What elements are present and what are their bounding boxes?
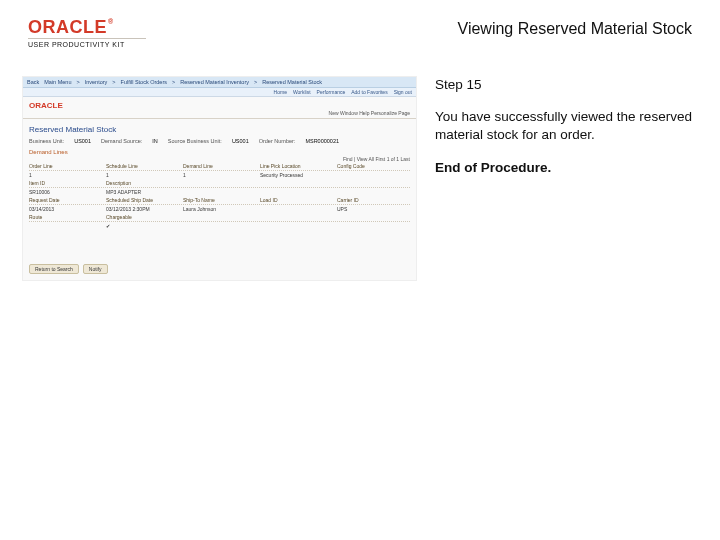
column-header: Config Code (337, 163, 410, 169)
cell: UPS (337, 206, 410, 212)
nav-link[interactable]: Worklist (293, 89, 311, 95)
column-header: Load ID (260, 197, 333, 203)
column-header: Carrier ID (337, 197, 410, 203)
info-row: Business Unit: US001 Demand Source: IN S… (23, 138, 416, 146)
table-row: SR10006 MP3 ADAPTER (29, 188, 410, 196)
step-end: End of Procedure. (435, 159, 692, 177)
nav-link[interactable]: Home (274, 89, 287, 95)
table-row: 1 1 1 Security Processed (29, 171, 410, 179)
table-row: ✔ (29, 222, 410, 230)
nav-link[interactable]: Sign out (394, 89, 412, 95)
oracle-brand-text: ORACLE (28, 17, 107, 37)
nav-link[interactable]: Performance (317, 89, 346, 95)
app-brand: ORACLE (23, 97, 416, 110)
return-to-search-button[interactable]: Return to Search (29, 264, 79, 274)
column-header: Route (29, 214, 102, 220)
checkbox-icon: ✔ (106, 223, 179, 229)
breadcrumb-item[interactable]: Fulfill Stock Orders (121, 79, 167, 85)
column-header: Ship-To Name (183, 197, 256, 203)
field-value: MSR0000021 (305, 138, 339, 144)
app-page-heading: Reserved Material Stock (23, 123, 416, 138)
data-grid: Order Line Schedule Line Demand Line Lin… (23, 162, 416, 230)
section-heading: Demand Lines (23, 146, 416, 156)
column-header: Line Pick Location (260, 163, 333, 169)
column-header: Schedule Line (106, 163, 179, 169)
top-nav: Home Worklist Performance Add to Favorit… (23, 88, 416, 97)
breadcrumb-item[interactable]: Main Menu (44, 79, 71, 85)
field-label: Business Unit: (29, 138, 64, 144)
cell: MP3 ADAPTER (106, 189, 179, 195)
column-header: Item ID (29, 180, 102, 186)
cell: Security Processed (260, 172, 333, 178)
breadcrumb-item[interactable]: Reserved Material Stock (262, 79, 322, 85)
breadcrumb-item[interactable]: Back (27, 79, 39, 85)
column-header: Chargeable (106, 214, 179, 220)
cell: 03/12/2013 2:30PM (106, 206, 179, 212)
app-toolbar: New Window Help Personalize Page (23, 110, 416, 119)
column-header: Scheduled Ship Date (106, 197, 179, 203)
cell: 1 (106, 172, 179, 178)
cell: Laura Johnson (183, 206, 256, 212)
cell: SR10006 (29, 189, 102, 195)
breadcrumb-item[interactable]: Reserved Material Inventory (180, 79, 249, 85)
cell: 03/14/2013 (29, 206, 102, 212)
field-value: IN (152, 138, 158, 144)
registered-mark: ® (108, 18, 114, 25)
column-header: Request Date (29, 197, 102, 203)
cell: 1 (183, 172, 256, 178)
breadcrumb-item[interactable]: Inventory (85, 79, 108, 85)
upk-subtitle: USER PRODUCTIVITY KIT (28, 38, 146, 48)
step-number: Step 15 (435, 76, 692, 94)
table-row: 03/14/2013 03/12/2013 2:30PM Laura Johns… (29, 205, 410, 213)
column-header: Demand Line (183, 163, 256, 169)
oracle-logo: ORACLE® USER PRODUCTIVITY KIT (28, 18, 146, 48)
field-label: Order Number: (259, 138, 296, 144)
field-label: Demand Source: (101, 138, 142, 144)
cell (29, 223, 102, 229)
embedded-app-screenshot: Back Main Menu > Inventory > Fulfill Sto… (22, 76, 417, 281)
column-header: Order Line (29, 163, 102, 169)
field-value: US001 (232, 138, 249, 144)
cell (337, 172, 410, 178)
field-label: Source Business Unit: (168, 138, 222, 144)
breadcrumb: Back Main Menu > Inventory > Fulfill Sto… (23, 77, 416, 88)
field-value: US001 (74, 138, 91, 144)
step-panel: Step 15 You have successfully viewed the… (435, 76, 692, 281)
cell: 1 (29, 172, 102, 178)
column-header: Description (106, 180, 179, 186)
page-title: Viewing Reserved Material Stock (458, 18, 692, 38)
step-body: You have successfully viewed the reserve… (435, 108, 692, 144)
cell (260, 206, 333, 212)
nav-link[interactable]: Add to Favorites (351, 89, 387, 95)
notify-button[interactable]: Notify (83, 264, 108, 274)
